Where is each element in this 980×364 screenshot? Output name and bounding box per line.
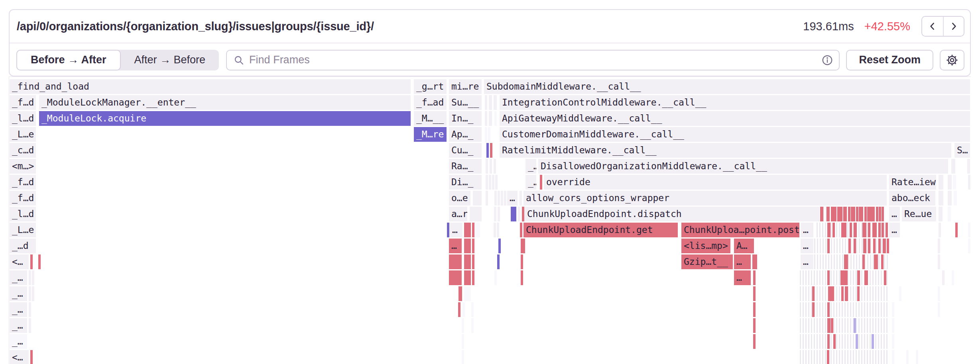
flame-frame[interactable] [862, 254, 865, 269]
flame-frame[interactable]: override [544, 175, 887, 190]
flame-frame[interactable] [827, 207, 830, 221]
flame-frame[interactable]: DisallowedOrganizationMiddleware.__call_… [538, 159, 948, 174]
flame-frame[interactable] [870, 207, 875, 221]
flame-frame[interactable]: … [507, 191, 518, 205]
flame-frame[interactable]: … [889, 223, 900, 237]
flame-frame[interactable] [489, 95, 492, 110]
flame-frame[interactable] [892, 334, 894, 349]
flame-frame[interactable]: _find_and_load [10, 79, 411, 94]
flame-frame[interactable]: _L…e [10, 223, 36, 237]
flame-frame[interactable] [472, 254, 474, 269]
flame-frame[interactable] [32, 286, 34, 301]
flame-frame[interactable] [494, 223, 496, 237]
flame-frame[interactable] [831, 318, 833, 333]
flame-frame[interactable] [494, 207, 496, 221]
flame-frame[interactable] [848, 239, 851, 253]
flame-frame[interactable] [952, 270, 954, 285]
flame-frame[interactable] [800, 318, 889, 333]
flame-frame[interactable] [942, 270, 945, 285]
flame-frame[interactable] [854, 239, 856, 253]
flame-frame[interactable]: _M…__ [414, 111, 447, 126]
flame-frame[interactable] [873, 239, 876, 253]
flame-frame[interactable]: Ap…_ [449, 127, 482, 142]
flame-frame[interactable] [939, 207, 943, 221]
flame-frame[interactable] [820, 207, 823, 221]
flame-frame[interactable] [892, 318, 894, 333]
flame-frame[interactable]: S… [954, 143, 970, 158]
flame-frame[interactable] [449, 254, 462, 269]
flame-frame[interactable] [30, 350, 33, 364]
flame-frame[interactable] [464, 239, 471, 253]
flame-frame[interactable] [755, 254, 757, 269]
flame-frame[interactable] [827, 334, 830, 349]
flame-frame[interactable]: SubdomainMiddleware.__call__ [484, 79, 970, 94]
flame-frame[interactable] [464, 270, 471, 285]
flame-frame[interactable] [827, 223, 830, 237]
flame-frame[interactable] [892, 350, 894, 364]
flame-frame[interactable] [462, 318, 464, 333]
flame-frame[interactable] [851, 207, 855, 221]
flame-frame[interactable] [899, 286, 901, 301]
flame-frame[interactable]: … [450, 223, 462, 237]
flame-frame[interactable]: <… [10, 350, 29, 364]
flame-frame[interactable]: RatelimitMiddleware.__call__ [500, 143, 951, 158]
flame-frame[interactable] [472, 270, 474, 285]
flame-frame[interactable] [906, 350, 909, 364]
flame-frame[interactable]: mi…re [449, 79, 482, 94]
flame-frame[interactable] [449, 270, 462, 285]
flame-frame[interactable] [859, 207, 863, 221]
flame-frame[interactable] [879, 207, 881, 221]
flame-frame[interactable] [511, 207, 516, 221]
flame-frame[interactable] [521, 254, 523, 269]
flame-frame[interactable] [857, 286, 860, 301]
flame-frame[interactable]: abo…eck [889, 191, 935, 205]
flame-frame[interactable] [939, 191, 943, 205]
flame-frame[interactable]: … [734, 270, 751, 285]
flame-frame[interactable] [845, 286, 848, 301]
flame-frame[interactable] [498, 191, 500, 205]
flame-frame[interactable] [494, 191, 497, 205]
flame-frame[interactable]: _… [10, 318, 27, 333]
flame-frame[interactable] [471, 318, 474, 333]
flame-frame[interactable]: … [801, 239, 813, 253]
flame-frame[interactable] [881, 254, 884, 269]
flame-frame[interactable]: Gzip…t__ [681, 254, 733, 269]
flame-frame[interactable] [520, 223, 522, 237]
flame-frame[interactable] [857, 270, 860, 285]
flame-frame[interactable] [518, 207, 520, 221]
flame-frame[interactable] [841, 223, 846, 237]
flame-frame[interactable]: _… [10, 270, 27, 285]
flame-frame[interactable] [827, 239, 830, 253]
flame-frame[interactable] [464, 254, 471, 269]
flame-frame[interactable] [488, 127, 490, 142]
flame-frame[interactable]: Cu…_ [449, 143, 482, 158]
flame-frame[interactable] [832, 223, 835, 237]
flame-frame[interactable] [814, 239, 889, 253]
flame-frame[interactable] [916, 350, 918, 364]
flame-frame[interactable] [459, 286, 462, 301]
flame-frame[interactable]: _… [525, 175, 536, 190]
flame-frame[interactable] [29, 302, 31, 317]
flame-frame[interactable] [886, 223, 888, 237]
flame-frame[interactable] [470, 207, 482, 221]
flame-frame[interactable] [939, 175, 943, 190]
flame-frame[interactable] [837, 207, 842, 221]
flame-frame[interactable] [968, 175, 970, 190]
flame-frame[interactable] [521, 270, 523, 285]
flame-frame[interactable] [498, 239, 501, 253]
flame-frame[interactable] [490, 159, 492, 174]
flame-frame[interactable] [486, 143, 489, 158]
flame-frame[interactable] [523, 239, 525, 253]
flame-frame[interactable]: A… [734, 239, 754, 253]
flamegraph[interactable]: _find_and_load_g…rtmi…reSubdomainMiddlew… [0, 0, 980, 364]
flame-frame[interactable] [447, 223, 449, 237]
flame-frame[interactable] [462, 302, 465, 317]
flame-frame[interactable] [844, 254, 848, 269]
flame-frame[interactable] [753, 270, 756, 285]
flame-frame[interactable] [494, 95, 497, 110]
flame-frame[interactable] [864, 270, 868, 285]
flame-frame[interactable]: <m…> [10, 159, 36, 174]
flame-frame[interactable] [872, 223, 877, 237]
flame-frame[interactable] [968, 223, 970, 237]
flame-frame[interactable] [29, 270, 31, 285]
